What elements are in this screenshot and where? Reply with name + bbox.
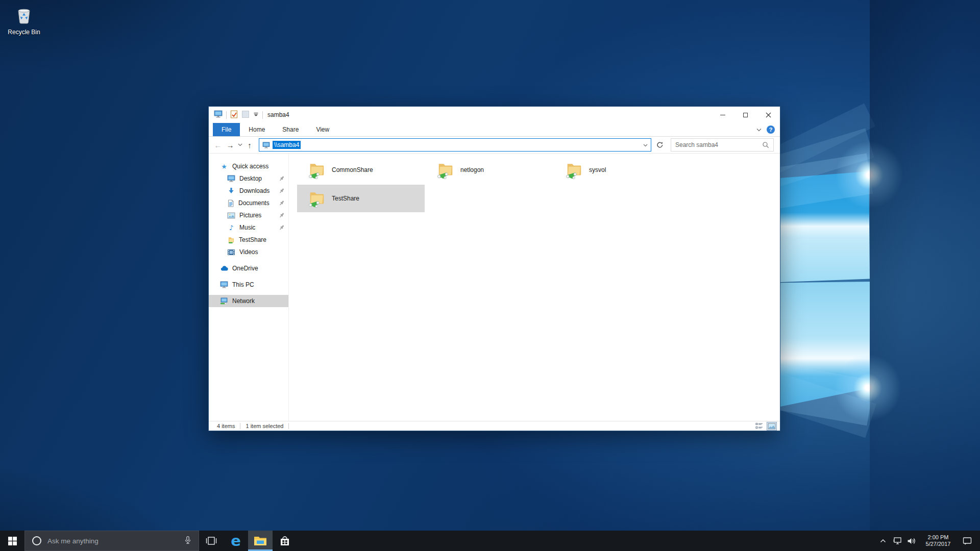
tray-expand-button[interactable] — [876, 531, 890, 551]
clock-time: 2:00 PM — [921, 534, 955, 541]
this-pc-icon — [220, 281, 228, 288]
title-bar[interactable]: samba4 — [209, 107, 780, 123]
sidebar-item-documents[interactable]: Documents — [209, 197, 288, 209]
navigation-pane: ★ Quick access Desktop Downloads Documen… — [209, 154, 289, 421]
start-button[interactable] — [0, 531, 24, 551]
taskbar: Ask me anything e — [0, 531, 980, 551]
edge-button[interactable]: e — [224, 531, 248, 551]
tab-home[interactable]: Home — [240, 123, 274, 136]
desktop-icon — [227, 175, 235, 182]
pin-icon — [279, 188, 285, 195]
recycle-bin[interactable]: Recycle Bin — [4, 4, 44, 36]
documents-icon — [227, 199, 234, 207]
maximize-button[interactable] — [734, 107, 757, 123]
taskbar-clock[interactable]: 2:00 PM 5/27/2017 — [921, 534, 955, 547]
large-icons-view-button[interactable] — [767, 422, 777, 431]
shared-folder-icon — [307, 189, 327, 208]
details-view-button[interactable] — [755, 422, 764, 430]
sidebar-item-network[interactable]: Network — [209, 295, 288, 307]
minimize-button[interactable] — [711, 107, 734, 123]
shared-folder-icon — [227, 236, 235, 244]
task-view-button[interactable] — [199, 531, 224, 551]
window-controls — [711, 107, 780, 123]
sidebar-item-testshare[interactable]: TestShare — [209, 234, 288, 246]
videos-icon — [227, 249, 235, 256]
toolbar-separator — [226, 111, 227, 119]
pin-icon — [279, 176, 285, 183]
cortana-icon — [31, 535, 42, 546]
properties-icon[interactable] — [230, 110, 238, 120]
recent-locations-icon[interactable] — [236, 139, 243, 151]
store-icon — [279, 535, 290, 546]
store-button[interactable] — [273, 531, 297, 551]
edge-icon: e — [231, 534, 241, 548]
sidebar-item-desktop[interactable]: Desktop — [209, 172, 288, 185]
sidebar-item-this-pc[interactable]: This PC — [209, 279, 288, 291]
close-button[interactable] — [757, 107, 780, 123]
minimize-icon — [720, 115, 725, 115]
pin-icon — [279, 200, 285, 208]
statusbar-divider — [240, 423, 240, 429]
up-button[interactable]: ↑ — [243, 139, 256, 151]
close-icon — [766, 112, 771, 118]
back-button[interactable]: ← — [212, 139, 224, 151]
tab-view[interactable]: View — [307, 123, 338, 136]
maximize-icon — [743, 113, 748, 117]
file-explorer-button[interactable] — [248, 531, 273, 551]
navigation-toolbar: ← → ↑ \\samba4 Search samba4 — [209, 137, 780, 154]
status-bar: 4 items 1 item selected — [209, 421, 780, 431]
search-input[interactable]: Search samba4 — [671, 138, 774, 152]
pin-icon — [279, 224, 285, 232]
refresh-button[interactable] — [653, 138, 667, 152]
file-name: sysvol — [589, 166, 606, 173]
selection-count: 1 item selected — [246, 423, 283, 429]
recycle-bin-icon — [13, 4, 35, 28]
address-bar[interactable]: \\samba4 — [259, 138, 651, 152]
music-icon: ♪ — [227, 224, 235, 232]
computer-icon — [214, 110, 223, 119]
help-icon[interactable]: ? — [767, 126, 775, 134]
window-body: ★ Quick access Desktop Downloads Documen… — [209, 154, 780, 421]
tab-share[interactable]: Share — [274, 123, 307, 136]
sidebar-item-quick-access[interactable]: ★ Quick access — [209, 160, 288, 172]
cortana-search-box[interactable]: Ask me anything — [24, 531, 199, 551]
sidebar-item-pictures[interactable]: Pictures — [209, 209, 288, 221]
tray-volume-button[interactable] — [904, 531, 919, 551]
shared-folder-icon — [307, 160, 327, 180]
sidebar-item-music[interactable]: ♪ Music — [209, 221, 288, 234]
location-computer-icon — [262, 142, 270, 148]
action-center-button[interactable] — [958, 531, 977, 551]
sidebar-item-downloads[interactable]: Downloads — [209, 185, 288, 197]
file-list: CommonShare netlogon sysvol TestShare — [289, 154, 687, 421]
statusbar-divider — [288, 423, 289, 429]
onedrive-icon — [220, 265, 228, 271]
sidebar-item-onedrive[interactable]: OneDrive — [209, 262, 288, 274]
action-center-icon — [963, 537, 972, 545]
windows-logo-icon — [8, 537, 17, 545]
system-tray: 2:00 PM 5/27/2017 — [876, 531, 980, 551]
file-name: netlogon — [460, 166, 484, 173]
search-placeholder: Search samba4 — [675, 141, 759, 148]
tray-network-button[interactable] — [890, 531, 904, 551]
file-item-commonshare[interactable]: CommonShare — [297, 156, 425, 184]
file-name: TestShare — [332, 195, 359, 202]
file-item-testshare[interactable]: TestShare — [297, 185, 425, 212]
forward-button[interactable]: → — [224, 139, 236, 151]
microphone-icon[interactable] — [183, 536, 192, 546]
file-item-netlogon[interactable]: netlogon — [426, 156, 553, 184]
file-item-sysvol[interactable]: sysvol — [554, 156, 682, 184]
ribbon-collapse-icon[interactable] — [756, 128, 762, 132]
qat-dropdown-icon[interactable] — [253, 111, 259, 118]
network-status-icon — [893, 537, 902, 545]
star-icon: ★ — [220, 163, 228, 170]
chevron-up-icon — [880, 539, 886, 543]
file-name: CommonShare — [332, 166, 373, 173]
tab-file[interactable]: File — [213, 123, 240, 136]
address-text-selected[interactable]: \\samba4 — [273, 141, 301, 149]
pin-icon — [279, 212, 285, 220]
refresh-icon — [656, 141, 664, 148]
sidebar-item-videos[interactable]: Videos — [209, 246, 288, 258]
downloads-icon — [227, 187, 235, 194]
address-dropdown-icon[interactable] — [643, 141, 648, 148]
new-folder-icon[interactable] — [241, 110, 250, 120]
